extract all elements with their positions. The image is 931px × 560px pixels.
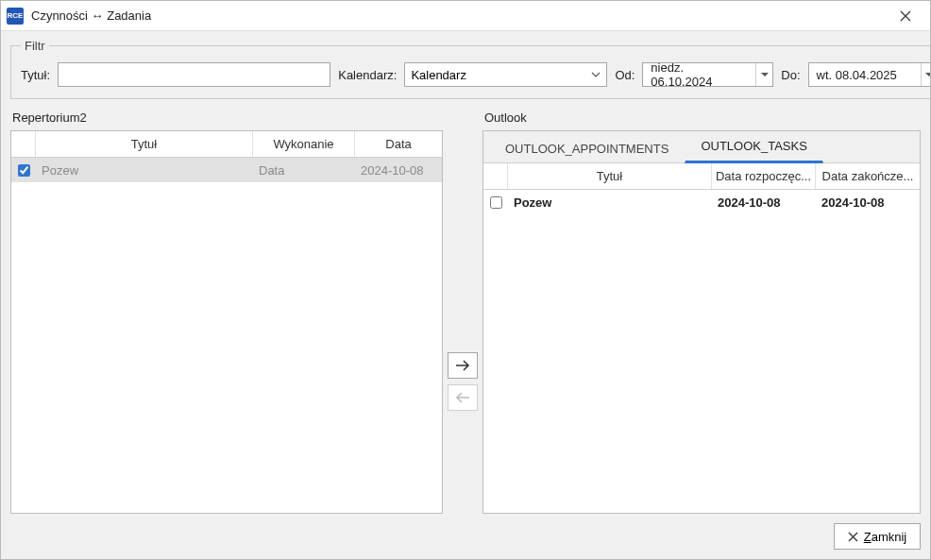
close-button[interactable]: Zamknij [834, 523, 921, 550]
tab-tasks[interactable]: OUTLOOK_TASKS [685, 130, 822, 163]
left-grid: Tytuł Wykonanie Data Pozew Data 2024-10-… [10, 130, 443, 514]
filter-legend: Filtr [21, 39, 49, 53]
row-checkbox[interactable] [490, 195, 502, 210]
right-col-start[interactable]: Data rozpoczęc... [712, 163, 816, 189]
table-row[interactable]: Pozew Data 2024-10-08 [11, 158, 442, 182]
table-row[interactable]: Pozew 2024-10-08 2024-10-08 [483, 190, 920, 214]
from-date-value[interactable]: niedz. 06.10.2024 [643, 63, 755, 86]
to-label: Do: [781, 68, 800, 82]
from-label: Od: [615, 68, 635, 82]
window-title: Czynności ↔ Zadania [31, 8, 887, 23]
calendar-value[interactable] [404, 62, 607, 87]
left-col-exec[interactable]: Wykonanie [253, 131, 355, 157]
row-date: 2024-10-08 [355, 163, 442, 178]
right-grid: OUTLOOK_APPOINTMENTS OUTLOOK_TASKS Tytuł… [482, 130, 921, 514]
close-icon[interactable] [887, 3, 924, 29]
from-date[interactable]: niedz. 06.10.2024 [642, 62, 773, 87]
filter-group: Filtr Tytuł: Kalendarz: Od: niedz. 06.10… [10, 39, 931, 99]
outlook-tabs: OUTLOOK_APPOINTMENTS OUTLOOK_TASKS [483, 131, 920, 163]
close-icon [848, 532, 858, 542]
to-date[interactable]: wt. 08.04.2025 [808, 62, 931, 87]
right-panel-heading: Outlook [482, 107, 921, 130]
close-label-rest: amknij [872, 530, 907, 544]
tab-appointments[interactable]: OUTLOOK_APPOINTMENTS [489, 133, 685, 163]
row-checkbox[interactable] [18, 163, 30, 178]
row-exec: Data [253, 163, 355, 178]
caret-down-icon[interactable] [921, 63, 931, 86]
titlebar: RCE Czynności ↔ Zadania [1, 1, 930, 31]
row-title: Pozew [36, 163, 253, 178]
calendar-label: Kalendarz: [338, 68, 397, 82]
app-icon: RCE [7, 8, 24, 25]
move-left-button[interactable] [448, 384, 478, 411]
to-date-value[interactable]: wt. 08.04.2025 [809, 63, 921, 86]
right-col-end[interactable]: Data zakończe... [816, 163, 920, 189]
caret-down-icon[interactable] [755, 63, 772, 86]
right-grid-header: Tytuł Data rozpoczęc... Data zakończe... [483, 163, 920, 190]
title-label: Tytuł: [21, 68, 50, 82]
chevron-down-icon[interactable] [585, 63, 606, 86]
arrow-left-icon [455, 391, 470, 404]
calendar-combo[interactable] [404, 62, 607, 87]
row-title: Pozew [508, 195, 712, 210]
transfer-arrows [443, 107, 482, 514]
row-end: 2024-10-08 [816, 195, 920, 210]
close-label-accel: Z [864, 530, 872, 544]
right-col-checkbox[interactable] [483, 163, 508, 189]
left-col-title[interactable]: Tytuł [36, 131, 253, 157]
left-col-date[interactable]: Data [355, 131, 442, 157]
left-grid-header: Tytuł Wykonanie Data [11, 131, 442, 158]
arrow-right-icon [455, 359, 470, 372]
title-input[interactable] [58, 62, 330, 87]
move-right-button[interactable] [448, 352, 478, 379]
left-col-checkbox[interactable] [11, 131, 36, 157]
left-panel-heading: Repertorium2 [10, 107, 443, 130]
right-col-title[interactable]: Tytuł [508, 163, 712, 189]
row-start: 2024-10-08 [712, 195, 816, 210]
